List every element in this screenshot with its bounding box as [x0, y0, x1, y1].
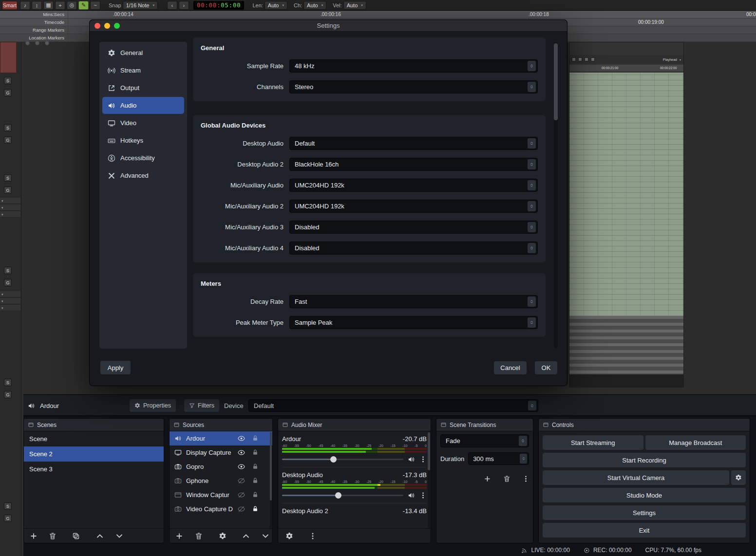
group-button[interactable]: G [4, 186, 12, 194]
exit-button[interactable]: Exit [543, 523, 746, 537]
source-item-selected[interactable]: Ardour [170, 431, 272, 445]
properties-button[interactable]: Properties [130, 399, 176, 412]
lock-icon[interactable] [252, 463, 259, 470]
close-button[interactable] [94, 23, 100, 29]
playhead-label[interactable]: Playhead [663, 58, 677, 61]
studio-mode-button[interactable]: Studio Mode [543, 488, 746, 502]
move-scene-down-button[interactable] [115, 532, 123, 540]
tool-stretch-button[interactable]: + [55, 1, 65, 10]
source-item-hidden[interactable]: Gphone [170, 474, 272, 488]
remove-source-button[interactable] [195, 532, 203, 540]
mic-aux-3-select[interactable]: Disabled [289, 221, 538, 234]
ok-button[interactable]: OK [535, 361, 557, 374]
volume-slider[interactable] [282, 455, 403, 463]
start-recording-button[interactable]: Start Recording [543, 453, 746, 467]
controls-header[interactable]: Controls [539, 419, 750, 431]
remove-transition-button[interactable] [501, 473, 512, 484]
transitions-header[interactable]: Scene Transitions [436, 419, 533, 431]
desktop-audio-select[interactable]: Default [289, 137, 538, 150]
editor-tool-icon[interactable] [572, 57, 576, 61]
spinner-arrows-icon[interactable] [520, 454, 527, 463]
vel-select[interactable]: Auto▾ [343, 1, 366, 10]
nudge-back-button[interactable]: ‹ [167, 1, 177, 10]
sidebar-item-audio[interactable]: Audio [102, 97, 184, 114]
minimize-button[interactable] [104, 23, 110, 29]
track-header-red[interactable] [0, 42, 17, 73]
source-item-hidden[interactable]: Window Captur [170, 488, 272, 502]
tool-audition-button[interactable]: ◎ [67, 1, 77, 10]
tool-draw-button[interactable]: ✎ [78, 1, 89, 10]
sources-scrollbar[interactable] [270, 432, 272, 528]
volume-slider[interactable] [282, 491, 403, 500]
collapsed-track-row[interactable]: ▾ [0, 204, 20, 211]
mute-speaker-icon[interactable] [408, 456, 415, 463]
sidebar-item-accessibility[interactable]: Accessibility [102, 149, 184, 167]
scrollbar-thumb[interactable] [428, 432, 430, 470]
audio-mixer-header[interactable]: Audio Mixer [278, 419, 431, 431]
collapsed-track-row[interactable]: ▾ [0, 198, 20, 204]
collapsed-track-row[interactable]: ▾ [0, 298, 20, 304]
manage-broadcast-button[interactable]: Manage Broadcast [645, 435, 746, 450]
nudge-forward-button[interactable]: › [179, 1, 189, 10]
group-button[interactable]: G [4, 136, 12, 144]
duplicate-scene-button[interactable] [72, 532, 80, 540]
transition-menu-kebab-icon[interactable] [520, 473, 531, 484]
source-item[interactable]: Gopro [170, 460, 272, 474]
visibility-eye-off-icon[interactable] [238, 491, 245, 499]
add-scene-button[interactable] [30, 532, 38, 540]
apply-button[interactable]: Apply [100, 361, 131, 374]
desktop-audio-2-select[interactable]: BlackHole 16ch [289, 158, 538, 171]
secondary-clock[interactable]: 00:00:05:00 [193, 1, 244, 10]
lock-icon[interactable] [252, 449, 259, 456]
scene-item[interactable]: Scene [24, 431, 164, 446]
settings-scrollbar[interactable] [554, 42, 558, 348]
settings-button[interactable]: Settings [543, 505, 746, 520]
peak-meter-type-select[interactable]: Sample Peak [289, 316, 538, 329]
solo-button[interactable]: S [4, 124, 12, 131]
mic-aux-2-select[interactable]: UMC204HD 192k [289, 200, 538, 213]
sidebar-item-output[interactable]: Output [102, 79, 184, 96]
solo-button[interactable]: S [4, 379, 12, 386]
sidebar-item-general[interactable]: General [102, 44, 184, 61]
channels-select[interactable]: Stereo [289, 80, 538, 93]
editor-tool-icon[interactable] [578, 57, 582, 61]
device-select[interactable]: Default [248, 399, 538, 412]
collapsed-track-row[interactable]: ▾ [0, 211, 20, 218]
tool-note-button[interactable]: ♪ [20, 1, 30, 10]
group-button[interactable]: G [4, 515, 12, 522]
solo-button[interactable]: S [4, 502, 12, 510]
source-item-locked[interactable]: Video Capture D [170, 502, 272, 516]
decay-rate-select[interactable]: Fast [289, 295, 538, 308]
collapsed-track-row[interactable]: ▾ [0, 291, 20, 297]
filters-button[interactable]: Filters [184, 399, 219, 412]
volume-slider-handle[interactable] [330, 456, 337, 463]
mixer-scrollbar[interactable] [428, 432, 430, 528]
ch-select[interactable]: Auto▾ [303, 1, 326, 10]
lock-closed-icon[interactable] [252, 505, 259, 512]
sidebar-item-video[interactable]: Video [102, 114, 184, 131]
source-item[interactable]: Display Capture [170, 445, 272, 460]
channel-menu-kebab-icon[interactable] [419, 456, 427, 463]
advanced-audio-gear-icon[interactable] [285, 532, 293, 540]
dialog-titlebar[interactable]: Settings [90, 20, 567, 32]
mixer-menu-kebab-icon[interactable] [309, 532, 317, 540]
volume-slider-handle[interactable] [335, 492, 341, 499]
mic-aux-select[interactable]: UMC204HD 192k [289, 179, 538, 192]
start-virtual-camera-button[interactable]: Start Virtual Camera [543, 470, 729, 485]
solo-button[interactable]: S [4, 174, 12, 182]
visibility-eye-off-icon[interactable] [238, 477, 245, 484]
lock-icon[interactable] [252, 477, 259, 484]
mic-aux-4-select[interactable]: Disabled [289, 241, 538, 255]
group-button[interactable]: G [4, 391, 12, 398]
group-button[interactable]: G [4, 279, 12, 286]
channel-menu-kebab-icon[interactable] [419, 492, 427, 499]
duration-spinner[interactable]: 300 ms [468, 452, 529, 465]
zoom-button[interactable] [114, 23, 120, 29]
transition-select[interactable]: Fade [440, 434, 529, 447]
scene-item[interactable]: Scene 3 [24, 462, 164, 477]
collapsed-track-row[interactable]: ▾ [0, 305, 20, 311]
editor-timeline[interactable]: 00:00:21:00 00:00:22:00 [569, 65, 683, 72]
tool-grid-button[interactable]: ▦ [43, 1, 54, 10]
cancel-button[interactable]: Cancel [494, 361, 527, 374]
scrollbar-thumb[interactable] [270, 432, 272, 500]
